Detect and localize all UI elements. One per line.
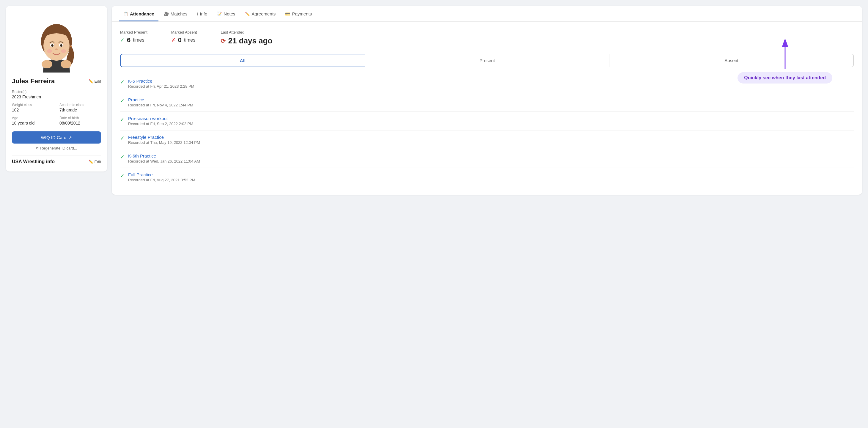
last-attended-label: Last Attended (221, 30, 272, 34)
dob-label: Date of birth (59, 116, 101, 120)
att-present-icon: ✓ (120, 135, 125, 142)
filter-all-button[interactable]: All (120, 54, 365, 67)
agreements-tab-label: Agreements (252, 11, 276, 17)
att-present-icon: ✓ (120, 116, 125, 123)
dob-value: 08/09/2012 (59, 121, 101, 125)
dob-block: Date of birth 08/09/2012 (59, 116, 101, 129)
avatar (27, 13, 86, 72)
usa-edit-link[interactable]: ✏️ Edit (89, 160, 101, 164)
att-date: Recorded at Thu, May 19, 2022 12:04 PM (128, 140, 200, 145)
att-present-icon: ✓ (120, 97, 125, 104)
left-panel: Jules Ferreira ✏️ Edit Roster(s) 2023 Fr… (6, 6, 107, 172)
att-date: Recorded at Fri, Apr 21, 2023 2:28 PM (128, 84, 194, 89)
usa-section-title: USA Wrestling info (12, 159, 55, 164)
svg-point-12 (70, 45, 72, 47)
filter-row: All Present Absent (120, 54, 854, 67)
profile-edit-link[interactable]: ✏️ Edit (89, 79, 101, 84)
present-check-icon: ✓ (120, 37, 125, 43)
attendance-tab-icon: 📋 (123, 11, 128, 17)
svg-point-9 (55, 49, 58, 50)
academic-class-block: Academic class 7th grade (59, 103, 101, 116)
absent-x-icon: ✗ (171, 37, 176, 43)
attendance-item: ✓ Freestyle Practice Recorded at Thu, Ma… (120, 130, 854, 149)
profile-name-row: Jules Ferreira ✏️ Edit (12, 77, 101, 85)
age-value: 10 years old (12, 121, 54, 125)
filter-present-button[interactable]: Present (365, 54, 610, 67)
roster-label: Roster(s) (12, 90, 101, 94)
payments-tab-icon: 💳 (285, 11, 290, 17)
age-block: Age 10 years old (12, 116, 54, 129)
marked-absent-stat: Marked Absent ✗ 0 times (171, 30, 197, 45)
weight-class-block: Weight class 102 (12, 103, 54, 116)
att-name: Practice (128, 97, 193, 102)
marked-present-label: Marked Present (120, 30, 148, 34)
tab-info[interactable]: i Info (193, 6, 211, 22)
absent-count: 0 (178, 36, 182, 44)
att-present-icon: ✓ (120, 154, 125, 160)
content-area: Marked Present ✓ 6 times Marked Absent ✗… (112, 22, 862, 195)
usa-edit-icon: ✏️ (89, 160, 93, 164)
attendance-item: ✓ Practice Recorded at Fri, Nov 4, 2022 … (120, 93, 854, 112)
att-date: Recorded at Wed, Jan 26, 2022 11:04 AM (128, 159, 200, 163)
att-present-icon: ✓ (120, 173, 125, 179)
tab-matches[interactable]: 🎥 Matches (160, 6, 192, 22)
edit-icon: ✏️ (89, 79, 93, 84)
att-name: K-6th Practice (128, 153, 200, 158)
profile-name: Jules Ferreira (12, 77, 55, 85)
academic-value: 7th grade (59, 108, 101, 112)
att-date: Recorded at Fri, Sep 2, 2022 2:02 PM (128, 122, 193, 126)
present-times: times (133, 37, 144, 43)
att-name: Freestyle Practice (128, 135, 200, 140)
notes-tab-icon: 📝 (217, 11, 222, 17)
notes-tab-label: Notes (223, 11, 235, 17)
agreements-tab-icon: ✏️ (245, 11, 250, 17)
roster-info: Roster(s) 2023 Freshmen (12, 90, 101, 99)
tab-payments[interactable]: 💳 Payments (281, 6, 316, 22)
wiq-id-card-button[interactable]: WIQ ID Card ↗ (12, 131, 101, 144)
tab-notes[interactable]: 📝 Notes (213, 6, 239, 22)
weight-value: 102 (12, 108, 54, 112)
info-tab-label: Info (200, 11, 207, 17)
att-date: Recorded at Fri, Aug 27, 2021 3:52 PM (128, 178, 195, 182)
filter-absent-button[interactable]: Absent (609, 54, 854, 67)
regenerate-id-link[interactable]: ↺ Regenerate ID card... (12, 146, 101, 150)
matches-tab-icon: 🎥 (164, 11, 169, 17)
attendance-list: ✓ K-5 Practice Recorded at Fri, Apr 21, … (120, 74, 854, 186)
info-tab-icon: i (197, 11, 198, 17)
attendance-item: ✓ Fall Practice Recorded at Fri, Aug 27,… (120, 168, 854, 186)
usa-wrestling-section: USA Wrestling info ✏️ Edit (12, 159, 101, 164)
svg-point-11 (61, 49, 66, 53)
marked-absent-value: ✗ 0 times (171, 36, 197, 44)
tab-agreements[interactable]: ✏️ Agreements (241, 6, 280, 22)
svg-point-8 (60, 44, 62, 47)
marked-present-stat: Marked Present ✓ 6 times (120, 30, 148, 45)
last-attended-stat: Last Attended ⟳ 21 days ago (221, 30, 272, 45)
payments-tab-label: Payments (292, 11, 312, 17)
age-label: Age (12, 116, 54, 120)
tabs-bar: 📋 Attendance 🎥 Matches i Info 📝 Notes ✏️… (112, 6, 862, 22)
att-name: Pre-season workout (128, 116, 193, 121)
info-grid: Weight class 102 Academic class 7th grad… (12, 103, 101, 129)
weight-label: Weight class (12, 103, 54, 107)
svg-point-10 (47, 49, 52, 53)
section-divider (12, 155, 101, 155)
clock-icon: ⟳ (221, 37, 226, 44)
stats-row: Marked Present ✓ 6 times Marked Absent ✗… (120, 30, 854, 45)
matches-tab-label: Matches (170, 11, 188, 17)
att-date: Recorded at Fri, Nov 4, 2022 1:44 PM (128, 103, 193, 107)
last-attended-value: ⟳ 21 days ago (221, 36, 272, 45)
tab-attendance[interactable]: 📋 Attendance (119, 6, 158, 22)
att-name: Fall Practice (128, 172, 195, 177)
attendance-tab-label: Attendance (130, 11, 154, 17)
regenerate-icon: ↺ (36, 146, 39, 150)
external-link-icon: ↗ (69, 135, 72, 140)
att-name: K-5 Practice (128, 79, 194, 84)
avatar-container (12, 13, 101, 72)
last-attended-text: 21 days ago (228, 36, 272, 45)
absent-times: times (184, 37, 195, 43)
attendance-item: ✓ K-5 Practice Recorded at Fri, Apr 21, … (120, 74, 854, 93)
attendance-item: ✓ Pre-season workout Recorded at Fri, Se… (120, 112, 854, 130)
marked-present-value: ✓ 6 times (120, 36, 148, 44)
svg-point-2 (42, 60, 52, 68)
marked-absent-label: Marked Absent (171, 30, 197, 34)
